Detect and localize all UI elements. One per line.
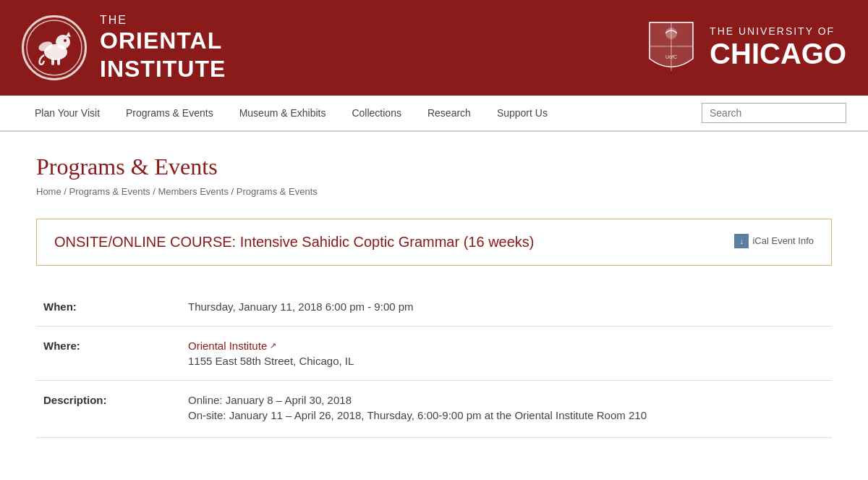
breadcrumb-programs-events[interactable]: Programs & Events bbox=[69, 186, 150, 197]
svg-rect-6 bbox=[57, 58, 60, 65]
description-line1: Online: January 8 – April 30, 2018 bbox=[188, 394, 825, 406]
where-row: Where: Oriental Institute ↗ 1155 East 58… bbox=[36, 326, 832, 380]
when-value: Thursday, January 11, 2018 6:00 pm - 9:0… bbox=[181, 287, 832, 327]
description-row: Description: Online: January 8 – April 3… bbox=[36, 380, 832, 437]
breadcrumb-sep1: / bbox=[64, 186, 69, 197]
nav-museum-exhibits[interactable]: Museum & Exhibits bbox=[226, 96, 339, 130]
ical-label: iCal Event Info bbox=[752, 235, 814, 246]
nav-links: Plan Your Visit Programs & Events Museum… bbox=[22, 96, 561, 130]
event-title: ONSITE/ONLINE COURSE: Intensive Sahidic … bbox=[54, 234, 535, 250]
where-value: Oriental Institute ↗ 1155 East 58th Stre… bbox=[181, 326, 832, 380]
uchicago-branding: UofC THE UNIVERSITY OF CHICAGO bbox=[646, 19, 846, 77]
nav-support-us[interactable]: Support Us bbox=[484, 96, 561, 130]
oi-title-text: THE ORIENTAL INSTITUTE bbox=[100, 13, 226, 83]
oi-branding: THE ORIENTAL INSTITUTE bbox=[22, 13, 226, 83]
description-value: Online: January 8 – April 30, 2018 On-si… bbox=[181, 380, 832, 437]
where-label: Where: bbox=[36, 326, 181, 380]
oi-logo bbox=[22, 15, 87, 80]
breadcrumb-members-events[interactable]: Members Events bbox=[158, 186, 229, 197]
where-link-text: Oriental Institute bbox=[188, 340, 267, 352]
nav-research[interactable]: Research bbox=[414, 96, 484, 130]
nav-collections[interactable]: Collections bbox=[339, 96, 414, 130]
uchicago-shield-icon: UofC bbox=[646, 19, 697, 77]
when-row: When: Thursday, January 11, 2018 6:00 pm… bbox=[36, 287, 832, 327]
ical-button[interactable]: ↓ iCal Event Info bbox=[734, 234, 814, 248]
search-input[interactable] bbox=[702, 103, 846, 123]
oi-main-text: ORIENTAL INSTITUTE bbox=[100, 27, 226, 83]
event-details-table: When: Thursday, January 11, 2018 6:00 pm… bbox=[36, 287, 832, 438]
nav-programs-events[interactable]: Programs & Events bbox=[113, 96, 226, 130]
ical-icon: ↓ bbox=[734, 234, 749, 248]
description-line2: On-site: January 11 – April 26, 2018, Th… bbox=[188, 409, 825, 421]
svg-rect-5 bbox=[51, 58, 54, 65]
nav-plan-your-visit[interactable]: Plan Your Visit bbox=[22, 96, 113, 130]
nav-search-area bbox=[702, 103, 846, 123]
uchicago-main-text: CHICAGO bbox=[710, 38, 846, 70]
where-address: 1155 East 58th Street, Chicago, IL bbox=[188, 355, 825, 367]
breadcrumb: Home / Programs & Events / Members Event… bbox=[36, 186, 832, 197]
svg-marker-3 bbox=[66, 32, 71, 37]
uchicago-the-text: THE UNIVERSITY OF bbox=[710, 26, 846, 37]
uchicago-title-text: THE UNIVERSITY OF CHICAGO bbox=[710, 26, 846, 69]
when-label: When: bbox=[36, 287, 181, 327]
svg-text:UofC: UofC bbox=[665, 54, 677, 59]
event-box: ONSITE/ONLINE COURSE: Intensive Sahidic … bbox=[36, 219, 832, 266]
breadcrumb-current: Programs & Events bbox=[237, 186, 318, 197]
page-title: Programs & Events bbox=[36, 153, 832, 180]
oi-the-text: THE bbox=[100, 13, 226, 27]
external-link-icon: ↗ bbox=[270, 341, 276, 350]
svg-point-2 bbox=[56, 35, 70, 49]
main-content: Programs & Events Home / Programs & Even… bbox=[14, 132, 854, 467]
description-label: Description: bbox=[36, 380, 181, 437]
svg-point-10 bbox=[665, 28, 677, 39]
site-header: THE ORIENTAL INSTITUTE UofC THE UNIVERSI… bbox=[0, 0, 868, 96]
main-nav: Plan Your Visit Programs & Events Museum… bbox=[0, 96, 868, 132]
breadcrumb-sep3: / bbox=[231, 186, 237, 197]
svg-point-7 bbox=[64, 39, 67, 42]
where-link[interactable]: Oriental Institute ↗ bbox=[188, 340, 825, 352]
breadcrumb-home[interactable]: Home bbox=[36, 186, 61, 197]
